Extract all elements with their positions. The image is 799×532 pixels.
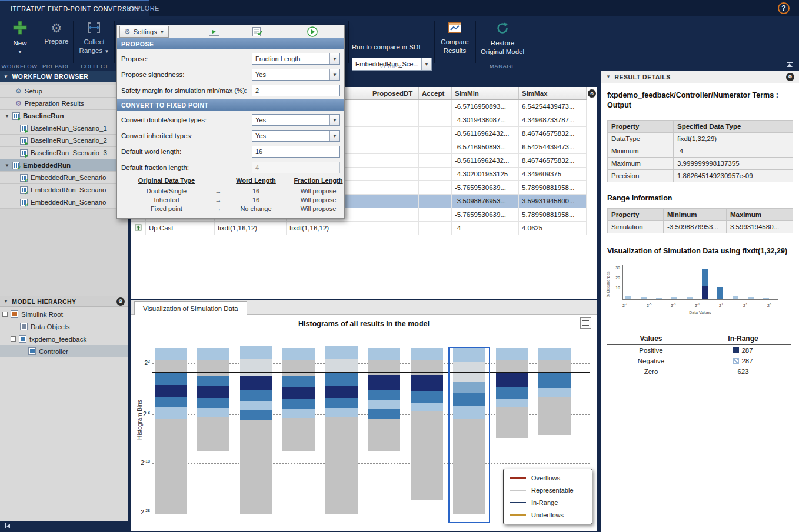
workflow-browser-title: WORKFLOW BROWSER [12,73,88,80]
histogram-bar[interactable] [538,348,571,435]
workflow-item-preparation-results[interactable]: ⚙ Preparation Results [0,98,128,110]
mini-x-tick: 23 [743,302,747,307]
collapse-box-icon[interactable]: − [11,336,16,342]
run-to-compare-label: Run to compare in SDI [352,44,420,51]
section-label-verify: VERIFY [379,63,401,69]
collapse-sidebar-icon[interactable] [5,523,10,528]
chevron-down-icon[interactable]: ▼ [5,163,9,168]
workflow-item-baselinerun-scenario-3[interactable]: BaselineRun_Scenario_3 [0,147,128,159]
help-button[interactable]: ? [778,2,790,14]
workflow-item-embeddedrun-scenario-2[interactable]: ✓ EmbeddedRun_Scenario [0,184,128,196]
workflow-item-baselinerun-scenario-1[interactable]: BaselineRun_Scenario_1 [0,122,128,135]
scenario-run-icon [20,137,28,145]
workflow-item-embeddedrun-scenario-1[interactable]: ✓ EmbeddedRun_Scenario [0,172,128,184]
run-icon: ✓ [12,162,20,169]
collapse-toolstrip-icon[interactable] [787,62,793,67]
convert-inherited-field: Convert inherited types: Yes▼ [121,129,340,142]
default-fraction-length-input: 4 [252,162,340,173]
settings-button[interactable]: ⚙ Settings ▼ [119,26,169,38]
convert-double-select[interactable]: Yes▼ [252,114,340,126]
result-path-heading: fxpdemo_feedback/Controller/Numerator Te… [607,91,793,111]
col-simmin-header[interactable]: SimMin [452,87,519,99]
legend-swatch [510,490,526,491]
y-axis-tick: 22 [134,359,150,366]
table-row: Positive 287 [607,345,791,356]
result-details-header[interactable]: ▼ RESULT DETAILS ⚙ [601,71,799,83]
simulate-model-icon[interactable] [208,26,220,38]
simulink-root-icon [11,310,18,318]
legend-item: Representable [510,487,586,494]
tab-visualization-of-simulation-data[interactable]: Visualization of Simulation Data [134,301,247,315]
collect-ranges-button[interactable]: Collect Ranges ▼ [75,21,113,55]
mini-histogram-bar [733,296,738,299]
verify-checklist-icon[interactable] [251,26,263,38]
model-hierarchy-header[interactable]: ▼ MODEL HIERARCHY ⚙ [0,296,128,307]
mini-histogram: % Occurrences Data Values 3020102-72-52-… [607,263,791,324]
convert-inherited-select[interactable]: Yes▼ [252,130,340,142]
tree-item-controller[interactable]: Controller [0,345,128,357]
chart-options-icon[interactable] [580,317,591,329]
scenario-check-icon: ✓ [20,186,28,194]
convert-section-header: CONVERT TO FIXED POINT [117,99,344,111]
mini-histogram-bar [763,298,769,299]
section-label-collect: COLLECT [81,63,108,69]
histogram-bar[interactable] [282,348,315,451]
col-simmax-header[interactable]: SimMax [519,87,587,99]
visualization-tab-bar: Visualization of Simulation Data [131,300,597,315]
mini-x-tick: 21 [719,302,723,307]
legend-item: Underflows [510,511,586,518]
histogram-bar[interactable] [368,348,400,451]
mini-x-tick: 2-7 [622,302,627,307]
workflow-browser-header[interactable]: ▼ WORKFLOW BROWSER [0,71,128,82]
prepare-label: Prepare [45,37,69,45]
default-word-length-input[interactable]: 16 [252,146,340,158]
toolbar-separator [73,21,74,63]
histogram-bar[interactable] [496,348,528,438]
workflow-item-embeddedrun[interactable]: ▼ ✓ EmbeddedRun [0,159,128,172]
y-axis-tick: 2-28 [134,508,150,516]
scenario-run-icon [20,125,28,132]
histogram-bar[interactable] [411,348,443,500]
gear-icon[interactable]: ⚙ [786,73,794,81]
y-axis-tick: 2-18 [134,459,150,466]
safety-margin-input[interactable]: 2 [252,85,340,96]
chevron-down-icon: ▼ [329,53,339,64]
mini-histogram-plot [622,265,778,300]
table-row-upcast[interactable]: Up Cast fixdt(1,16,12) fixdt(1,16,12) -4… [131,222,587,235]
prepare-button[interactable]: ⚙ Prepare [40,21,73,45]
col-accept-header[interactable]: Accept [419,87,452,99]
col-proposeddt-header[interactable]: ProposedDT [369,87,419,99]
workflow-item-baselinerun-scenario-2[interactable]: BaselineRun_Scenario_2 [0,135,128,147]
data-objects-icon [20,323,28,330]
section-label-manage: MANAGE [490,63,515,69]
propose-field: Propose: Fraction Length▼ [121,52,340,65]
table-settings-gear-icon[interactable]: ⚙ [588,89,596,98]
new-button[interactable]: New ▼ [5,20,35,55]
tree-item-data-objects[interactable]: Data Objects [0,320,128,333]
restore-original-model-button[interactable]: Restore Original Model [478,21,527,56]
histogram-bar[interactable] [155,348,187,514]
legend-swatch [510,502,526,503]
tree-item-fxpdemo-feedback[interactable]: − fxpdemo_feedback [0,333,128,345]
chevron-down-icon: ▼ [329,115,339,125]
chevron-down-icon: ▼ [4,74,8,79]
workflow-item-embeddedrun-scenario-3[interactable]: ✓ EmbeddedRun_Scenario [0,196,128,209]
default-fraction-length-field: Default fraction length: 4 [121,161,340,174]
collapse-box-icon[interactable]: − [2,312,8,317]
tree-item-simulink-root[interactable]: − Simulink Root [0,308,128,320]
workflow-item-baselinerun[interactable]: ▼ BaselineRun [0,110,128,122]
tab-explore[interactable]: EXPLORE [116,0,170,16]
workflow-item-setup[interactable]: ⚙ Setup [0,85,128,98]
table-row: Simulation -3.5098876953... 3.5993194580… [608,220,793,233]
restore-label-2: Original Model [481,48,524,56]
chevron-down-icon[interactable]: ▼ [5,113,9,119]
propose-signedness-select[interactable]: Yes▼ [252,69,340,81]
mini-x-tick: 2-1 [695,302,700,307]
chevron-down-icon: ▼ [421,58,431,70]
compare-results-button[interactable]: Compare Results [437,21,473,55]
propose-select[interactable]: Fraction Length▼ [252,53,340,65]
run-play-icon[interactable] [307,26,318,38]
gear-icon[interactable]: ⚙ [116,297,125,306]
histogram-bar[interactable] [197,348,229,451]
table-row: Zero 623 [607,366,791,377]
